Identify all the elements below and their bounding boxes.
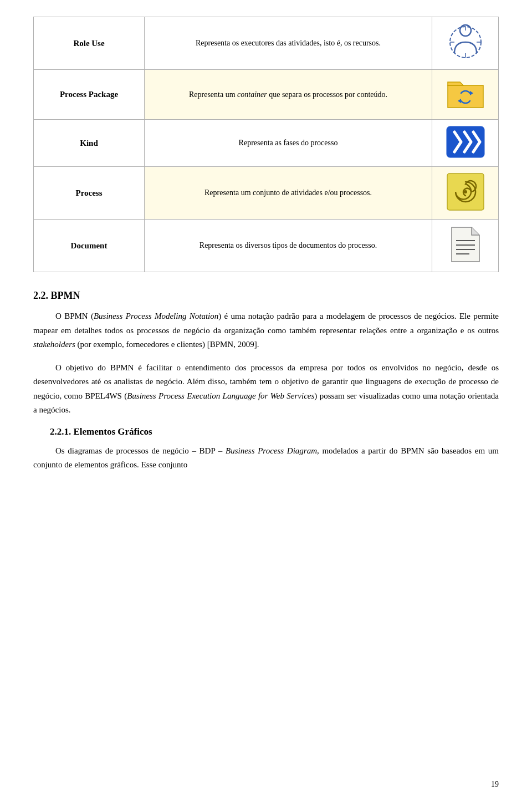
table-row: Document Representa os diversos tipos de… [34, 220, 499, 272]
process-icon [446, 172, 485, 211]
cell-desc: Representa um conjunto de atividades e/o… [204, 188, 372, 197]
role-use-icon [446, 23, 485, 62]
row-icon-kind [432, 120, 499, 167]
table-row: Process Package Representa um container … [34, 70, 499, 120]
cell-name: Kind [80, 139, 98, 147]
row-desc-package: Representa um container que separa os pr… [145, 70, 432, 120]
section-elementos-graficos-heading: 2.2.1. Elementos Gráficos [50, 426, 499, 437]
cell-desc: Representa as fases do processo [239, 139, 338, 147]
table-row: Kind Representa as fases do processo [34, 120, 499, 167]
package-icon [446, 75, 485, 111]
svg-point-10 [464, 190, 467, 193]
row-desc-document: Representa os diversos tipos de document… [145, 220, 432, 272]
page-number: 19 [491, 780, 499, 789]
table-row: Process Representa um conjunto de ativid… [34, 167, 499, 220]
cell-desc: Representa os diversos tipos de document… [200, 241, 377, 249]
kind-icon [446, 125, 485, 159]
cell-name: Process [75, 188, 102, 197]
row-icon-process [432, 167, 499, 220]
cell-name: Process Package [60, 90, 118, 99]
para-elementos-1: Os diagramas de processos de negócio – B… [33, 444, 499, 472]
row-name-document: Document [34, 220, 145, 272]
row-icon-document [432, 220, 499, 272]
row-icon-role [432, 17, 499, 70]
section-bpmn: 2.2. BPMN O BPMN (Business Process Model… [33, 290, 499, 472]
cell-name: Document [71, 241, 108, 250]
row-desc-kind: Representa as fases do processo [145, 120, 432, 167]
table-row: Role Use Representa os executores das at… [34, 17, 499, 70]
row-name-package: Process Package [34, 70, 145, 120]
row-name-role: Role Use [34, 17, 145, 70]
row-desc-role: Representa os executores das atividades,… [145, 17, 432, 70]
cell-name: Role Use [73, 39, 104, 48]
elements-table: Role Use Representa os executores das at… [33, 17, 499, 272]
cell-desc: Representa os executores das atividades,… [196, 39, 381, 47]
para-bpmn-2: O objetivo do BPMN é facilitar o entendi… [33, 361, 499, 417]
para-bpmn-1: O BPMN (Business Process Modeling Notati… [33, 309, 499, 352]
document-icon [449, 225, 482, 264]
row-icon-package [432, 70, 499, 120]
row-name-process: Process [34, 167, 145, 220]
row-desc-process: Representa um conjunto de atividades e/o… [145, 167, 432, 220]
row-name-kind: Kind [34, 120, 145, 167]
section-bpmn-heading: 2.2. BPMN [33, 290, 499, 302]
